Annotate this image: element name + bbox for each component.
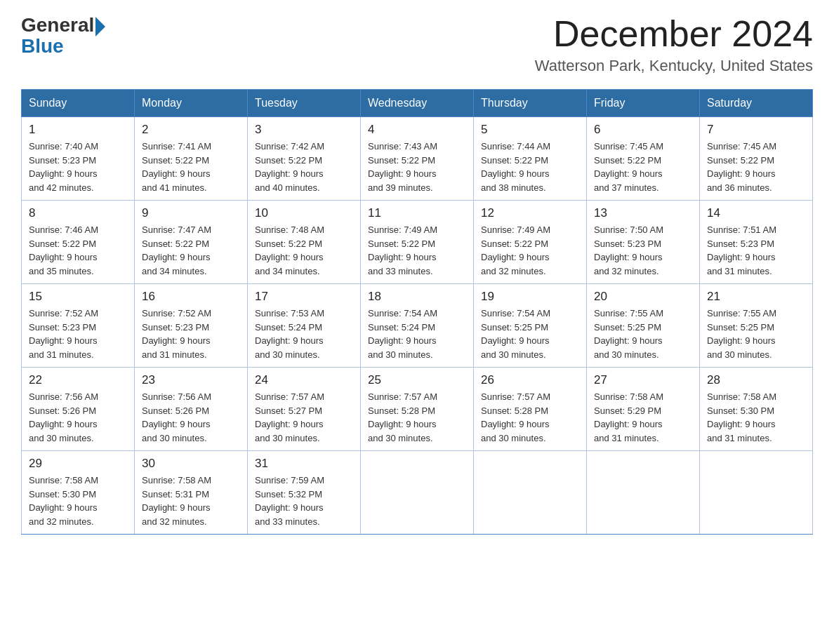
day-number: 4 <box>368 123 466 137</box>
day-number: 30 <box>142 457 240 471</box>
week-row-4: 22 Sunrise: 7:56 AM Sunset: 5:26 PM Dayl… <box>22 368 813 451</box>
week-row-3: 15 Sunrise: 7:52 AM Sunset: 5:23 PM Dayl… <box>22 284 813 368</box>
calendar-cell: 24 Sunrise: 7:57 AM Sunset: 5:27 PM Dayl… <box>248 368 361 451</box>
calendar-cell: 27 Sunrise: 7:58 AM Sunset: 5:29 PM Dayl… <box>587 368 700 451</box>
day-info: Sunrise: 7:40 AM Sunset: 5:23 PM Dayligh… <box>29 140 127 194</box>
day-number: 11 <box>368 206 466 220</box>
calendar-cell: 6 Sunrise: 7:45 AM Sunset: 5:22 PM Dayli… <box>587 117 700 201</box>
day-info: Sunrise: 7:44 AM Sunset: 5:22 PM Dayligh… <box>481 140 579 194</box>
day-number: 12 <box>481 206 579 220</box>
day-header-wednesday: Wednesday <box>361 90 474 117</box>
calendar-cell: 2 Sunrise: 7:41 AM Sunset: 5:22 PM Dayli… <box>135 117 248 201</box>
day-info: Sunrise: 7:57 AM Sunset: 5:27 PM Dayligh… <box>255 390 353 445</box>
day-info: Sunrise: 7:49 AM Sunset: 5:22 PM Dayligh… <box>368 223 466 278</box>
day-info: Sunrise: 7:42 AM Sunset: 5:22 PM Dayligh… <box>255 140 353 194</box>
day-header-sunday: Sunday <box>22 90 135 117</box>
day-header-monday: Monday <box>135 90 248 117</box>
day-info: Sunrise: 7:52 AM Sunset: 5:23 PM Dayligh… <box>142 307 240 361</box>
calendar-cell <box>474 451 587 535</box>
calendar-cell <box>700 451 813 535</box>
day-info: Sunrise: 7:45 AM Sunset: 5:22 PM Dayligh… <box>594 140 692 194</box>
week-row-2: 8 Sunrise: 7:46 AM Sunset: 5:22 PM Dayli… <box>22 201 813 284</box>
week-row-1: 1 Sunrise: 7:40 AM Sunset: 5:23 PM Dayli… <box>22 117 813 201</box>
day-number: 19 <box>481 290 579 304</box>
calendar-cell: 28 Sunrise: 7:58 AM Sunset: 5:30 PM Dayl… <box>700 368 813 451</box>
day-number: 7 <box>707 123 805 137</box>
calendar-cell: 19 Sunrise: 7:54 AM Sunset: 5:25 PM Dayl… <box>474 284 587 368</box>
logo: General Blue <box>21 14 105 58</box>
calendar-cell: 26 Sunrise: 7:57 AM Sunset: 5:28 PM Dayl… <box>474 368 587 451</box>
calendar-cell: 9 Sunrise: 7:47 AM Sunset: 5:22 PM Dayli… <box>135 201 248 284</box>
day-headers-row: SundayMondayTuesdayWednesdayThursdayFrid… <box>22 90 813 117</box>
day-number: 10 <box>255 206 353 220</box>
day-info: Sunrise: 7:47 AM Sunset: 5:22 PM Dayligh… <box>142 223 240 278</box>
calendar-cell: 8 Sunrise: 7:46 AM Sunset: 5:22 PM Dayli… <box>22 201 135 284</box>
day-number: 25 <box>368 373 466 387</box>
day-info: Sunrise: 7:54 AM Sunset: 5:24 PM Dayligh… <box>368 307 466 361</box>
title-section: December 2024 Watterson Park, Kentucky, … <box>535 14 813 75</box>
day-number: 26 <box>481 373 579 387</box>
calendar-cell: 23 Sunrise: 7:56 AM Sunset: 5:26 PM Dayl… <box>135 368 248 451</box>
day-number: 23 <box>142 373 240 387</box>
day-info: Sunrise: 7:51 AM Sunset: 5:23 PM Dayligh… <box>707 223 805 278</box>
calendar-cell: 11 Sunrise: 7:49 AM Sunset: 5:22 PM Dayl… <box>361 201 474 284</box>
calendar-cell: 18 Sunrise: 7:54 AM Sunset: 5:24 PM Dayl… <box>361 284 474 368</box>
day-number: 8 <box>29 206 127 220</box>
day-info: Sunrise: 7:59 AM Sunset: 5:32 PM Dayligh… <box>255 474 353 528</box>
calendar-cell: 31 Sunrise: 7:59 AM Sunset: 5:32 PM Dayl… <box>248 451 361 535</box>
day-header-saturday: Saturday <box>700 90 813 117</box>
day-info: Sunrise: 7:57 AM Sunset: 5:28 PM Dayligh… <box>368 390 466 445</box>
day-info: Sunrise: 7:53 AM Sunset: 5:24 PM Dayligh… <box>255 307 353 361</box>
day-number: 1 <box>29 123 127 137</box>
day-info: Sunrise: 7:56 AM Sunset: 5:26 PM Dayligh… <box>29 390 127 445</box>
day-number: 14 <box>707 206 805 220</box>
day-info: Sunrise: 7:55 AM Sunset: 5:25 PM Dayligh… <box>594 307 692 361</box>
day-number: 9 <box>142 206 240 220</box>
day-number: 15 <box>29 290 127 304</box>
day-info: Sunrise: 7:45 AM Sunset: 5:22 PM Dayligh… <box>707 140 805 194</box>
day-info: Sunrise: 7:58 AM Sunset: 5:31 PM Dayligh… <box>142 474 240 528</box>
day-info: Sunrise: 7:41 AM Sunset: 5:22 PM Dayligh… <box>142 140 240 194</box>
week-row-5: 29 Sunrise: 7:58 AM Sunset: 5:30 PM Dayl… <box>22 451 813 535</box>
day-info: Sunrise: 7:54 AM Sunset: 5:25 PM Dayligh… <box>481 307 579 361</box>
calendar-cell: 7 Sunrise: 7:45 AM Sunset: 5:22 PM Dayli… <box>700 117 813 201</box>
calendar-table: SundayMondayTuesdayWednesdayThursdayFrid… <box>21 89 813 535</box>
day-number: 28 <box>707 373 805 387</box>
calendar-cell: 30 Sunrise: 7:58 AM Sunset: 5:31 PM Dayl… <box>135 451 248 535</box>
calendar-cell: 21 Sunrise: 7:55 AM Sunset: 5:25 PM Dayl… <box>700 284 813 368</box>
calendar-cell: 20 Sunrise: 7:55 AM Sunset: 5:25 PM Dayl… <box>587 284 700 368</box>
location-title: Watterson Park, Kentucky, United States <box>535 57 813 75</box>
day-info: Sunrise: 7:56 AM Sunset: 5:26 PM Dayligh… <box>142 390 240 445</box>
day-number: 29 <box>29 457 127 471</box>
day-info: Sunrise: 7:50 AM Sunset: 5:23 PM Dayligh… <box>594 223 692 278</box>
day-info: Sunrise: 7:48 AM Sunset: 5:22 PM Dayligh… <box>255 223 353 278</box>
calendar-cell: 16 Sunrise: 7:52 AM Sunset: 5:23 PM Dayl… <box>135 284 248 368</box>
calendar-cell: 29 Sunrise: 7:58 AM Sunset: 5:30 PM Dayl… <box>22 451 135 535</box>
calendar-cell: 1 Sunrise: 7:40 AM Sunset: 5:23 PM Dayli… <box>22 117 135 201</box>
day-number: 5 <box>481 123 579 137</box>
day-info: Sunrise: 7:43 AM Sunset: 5:22 PM Dayligh… <box>368 140 466 194</box>
day-number: 2 <box>142 123 240 137</box>
calendar-cell: 12 Sunrise: 7:49 AM Sunset: 5:22 PM Dayl… <box>474 201 587 284</box>
logo-blue-text: Blue <box>21 35 64 58</box>
day-info: Sunrise: 7:57 AM Sunset: 5:28 PM Dayligh… <box>481 390 579 445</box>
logo-arrow-icon <box>95 17 105 36</box>
day-info: Sunrise: 7:58 AM Sunset: 5:29 PM Dayligh… <box>594 390 692 445</box>
logo-general-text: General <box>21 14 94 36</box>
day-number: 24 <box>255 373 353 387</box>
month-title: December 2024 <box>535 14 813 54</box>
calendar-cell <box>587 451 700 535</box>
calendar-cell: 5 Sunrise: 7:44 AM Sunset: 5:22 PM Dayli… <box>474 117 587 201</box>
calendar-cell: 17 Sunrise: 7:53 AM Sunset: 5:24 PM Dayl… <box>248 284 361 368</box>
page-header: General Blue December 2024 Watterson Par… <box>21 14 813 75</box>
day-number: 21 <box>707 290 805 304</box>
day-number: 17 <box>255 290 353 304</box>
calendar-cell: 22 Sunrise: 7:56 AM Sunset: 5:26 PM Dayl… <box>22 368 135 451</box>
day-header-thursday: Thursday <box>474 90 587 117</box>
day-header-friday: Friday <box>587 90 700 117</box>
calendar-cell: 15 Sunrise: 7:52 AM Sunset: 5:23 PM Dayl… <box>22 284 135 368</box>
day-number: 6 <box>594 123 692 137</box>
day-info: Sunrise: 7:52 AM Sunset: 5:23 PM Dayligh… <box>29 307 127 361</box>
calendar-cell: 4 Sunrise: 7:43 AM Sunset: 5:22 PM Dayli… <box>361 117 474 201</box>
calendar-cell: 13 Sunrise: 7:50 AM Sunset: 5:23 PM Dayl… <box>587 201 700 284</box>
